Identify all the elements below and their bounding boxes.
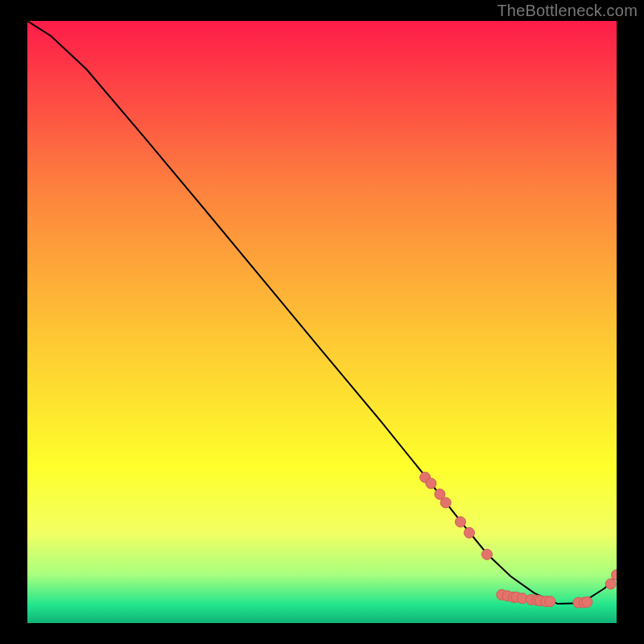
data-marker (582, 597, 592, 607)
data-marker (440, 497, 451, 508)
plot-area (27, 21, 617, 623)
data-marker (545, 597, 555, 607)
data-marker (426, 478, 436, 489)
chart-stage: TheBottleneck.com (0, 0, 644, 644)
watermark-text: TheBottleneck.com (497, 2, 638, 20)
data-marker (464, 527, 475, 538)
data-marker (482, 549, 493, 559)
data-marker (605, 579, 616, 589)
data-marker (456, 517, 466, 527)
gradient-background (27, 21, 617, 623)
chart-svg (27, 21, 617, 623)
